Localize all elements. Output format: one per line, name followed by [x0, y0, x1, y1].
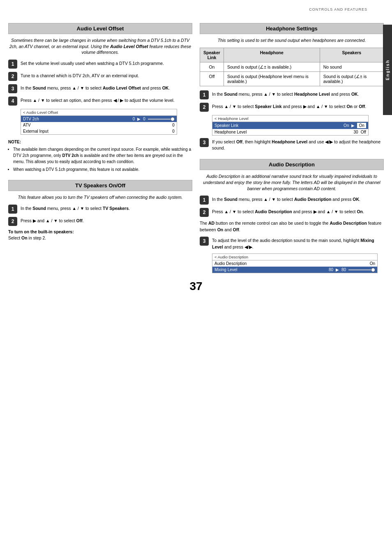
tvs-built-in-title: To turn on the built-in speakers:	[8, 229, 192, 234]
alo-menu-box: < Audio Level Offset DTV 2ch 0 ▶ 0	[21, 109, 177, 135]
alo-step-3: 3 In the Sound menu, press ▲ / ▼ to sele…	[8, 84, 192, 93]
english-label: English	[385, 60, 390, 80]
hp-speaker-link-on-label: On	[357, 123, 366, 128]
audio-description-section: Audio Description Audio Description is a…	[200, 159, 384, 273]
hp-row-off-hp: Sound is output (Headphone level menu is…	[224, 71, 320, 86]
hp-menu-box: < Headphone Level Speaker Link On ▶ On H…	[212, 115, 369, 136]
hp-table-col-speakers: Speakers	[320, 48, 383, 62]
tvs-step-1: 1 In the Sound menu, press ▲ / ▼ to sele…	[8, 205, 192, 214]
tv-speakers-intro: This feature allows you to turn the TV s…	[8, 194, 192, 200]
alo-ext-label: External Input	[23, 129, 48, 134]
alo-note-2: When watching a DTV 5.1ch programme, thi…	[13, 166, 192, 173]
hp-row-on-hp: Sound is output (∠± is available.)	[224, 62, 320, 71]
alo-dtv2ch-val: 0	[133, 117, 135, 121]
audio-level-offset-section: Audio Level Offset Sometimes there can b…	[8, 23, 192, 173]
headphone-settings-title: Headphone Settings	[200, 23, 384, 34]
alo-arrow-right-icon: ▶	[137, 117, 141, 121]
alo-step-num-2: 2	[8, 72, 17, 81]
ad-mixing-val: 80	[329, 267, 333, 272]
alo-ext-val: 0	[172, 129, 175, 134]
ad-desc-val: On	[370, 261, 375, 266]
alo-slider	[148, 117, 175, 121]
tv-speakers-title: TV Speakers On/Off	[8, 180, 192, 191]
hp-level-right: 30 Off	[354, 130, 366, 134]
hp-table-row-off: Off Sound is output (Headphone level men…	[200, 71, 384, 86]
tvs-step-num-2: 2	[8, 217, 17, 226]
ad-slider	[348, 268, 375, 272]
alo-step-text-2: Tune to a channel which is DTV 2ch, ATV …	[21, 72, 139, 79]
ad-mixing-right: 80 ▶ 80	[329, 267, 375, 272]
hp-step-num-1: 1	[200, 90, 209, 99]
hp-arrow-right-icon: ▶	[351, 123, 355, 128]
hp-level-off-label: Off	[361, 130, 366, 134]
hp-speaker-link-label: Speaker Link	[214, 123, 238, 128]
tvs-step-2: 2 Press ▶ and ▲ / ▼ to select Off.	[8, 217, 192, 226]
ad-desc-label: Audio Description	[214, 261, 247, 266]
ad-mixing-val2: 80	[341, 267, 346, 272]
hp-table-col-headphone: Headphone	[224, 48, 320, 62]
english-sidebar: English	[383, 25, 392, 115]
hp-row-off-link: Off	[200, 71, 224, 86]
tvs-step-text-1: In the Sound menu, press ▲ / ▼ to select…	[21, 205, 130, 212]
alo-menu-row-ext: External Input 0	[21, 128, 177, 134]
alo-note-1: The available item changes depending on …	[13, 146, 192, 165]
tvs-built-in-block: To turn on the built-in speakers: Select…	[8, 229, 192, 240]
right-column: Headphone Settings This setting is used …	[200, 23, 384, 276]
tv-speakers-section: TV Speakers On/Off This feature allows y…	[8, 180, 192, 240]
alo-note-box: NOTE: The available item changes dependi…	[8, 139, 192, 173]
headphone-settings-section: Headphone Settings This setting is used …	[200, 23, 384, 152]
hp-menu-row-speaker-link: Speaker Link On ▶ On	[212, 122, 368, 129]
hp-table-row-on: On Sound is output (∠± is available.) No…	[200, 62, 384, 71]
alo-note-title: NOTE:	[8, 139, 192, 145]
alo-dtv2ch-right: 0 ▶ 0	[133, 117, 175, 121]
tvs-step-text-2: Press ▶ and ▲ / ▼ to select Off.	[21, 217, 84, 224]
hp-row-on-spk: No sound	[320, 62, 383, 71]
alo-step-num-1: 1	[8, 60, 17, 69]
alo-step-num-3: 3	[8, 84, 17, 93]
hp-table-col-speaker-link: SpeakerLink	[200, 48, 224, 62]
page-number: 37	[8, 280, 384, 293]
alo-step-text-4: Press ▲ / ▼ to select an option, and the…	[21, 97, 175, 104]
hp-step-text-2: Press ▲ / ▼ to select Speaker Link and p…	[212, 103, 366, 110]
ad-step-text-2: Press ▲ / ▼ to select Audio Description …	[212, 208, 364, 215]
ad-step-num-1: 1	[200, 196, 209, 205]
ad-arrow-right-icon: ▶	[336, 267, 339, 272]
ad-menu-row-mixing: Mixing Level 80 ▶ 80	[212, 267, 377, 273]
headphone-settings-intro: This setting is used to set the sound ou…	[200, 37, 384, 44]
alo-step-4: 4 Press ▲ / ▼ to select an option, and t…	[8, 97, 192, 106]
ad-step-1: 1 In the Sound menu, press ▲ / ▼ to sele…	[200, 196, 384, 205]
hp-step-num-3: 3	[200, 138, 209, 147]
ad-step-text-1: In the Sound menu, press ▲ / ▼ to select…	[212, 196, 360, 203]
ad-step-3: 3 To adjust the level of the audio descr…	[200, 237, 384, 251]
alo-menu-header: < Audio Level Offset	[21, 109, 177, 116]
audio-description-intro: Audio Description is an additional narra…	[200, 173, 384, 191]
ad-menu-row-desc: Audio Description On	[212, 260, 377, 267]
alo-atv-label: ATV	[23, 123, 31, 127]
audio-description-title: Audio Description	[200, 159, 384, 170]
hp-step-3: 3 If you select Off, then highlight Head…	[200, 138, 384, 152]
page: CONTROLS AND FEATURES English Audio Leve…	[0, 0, 392, 555]
tvs-built-in-text: Select On in step 2.	[8, 235, 192, 240]
ad-menu-box: < Audio Description Audio Description On…	[212, 253, 378, 273]
alo-dtv2ch-label: DTV 2ch	[23, 117, 39, 121]
hp-step-num-2: 2	[200, 103, 209, 112]
hp-step-2: 2 Press ▲ / ▼ to select Speaker Link and…	[200, 103, 384, 112]
alo-note-list: The available item changes depending on …	[8, 146, 192, 173]
hp-menu-row-hp-level: Headphone Level 30 Off	[212, 129, 368, 135]
hp-speaker-link-val: On	[344, 123, 349, 128]
alo-atv-val: 0	[172, 123, 175, 127]
main-columns: Audio Level Offset Sometimes there can b…	[8, 23, 384, 276]
alo-step-text-1: Set the volume level usually used when w…	[21, 60, 164, 67]
hp-speaker-link-right: On ▶ On	[344, 123, 366, 128]
left-column: Audio Level Offset Sometimes there can b…	[8, 23, 192, 276]
headphone-table: SpeakerLink Headphone Speakers On Sound …	[200, 48, 384, 86]
ad-step2-extra: The AD button on the remote control can …	[200, 220, 384, 233]
alo-step-num-4: 4	[8, 97, 17, 106]
alo-dtv2ch-val2: 0	[143, 117, 145, 121]
ad-step-num-2: 2	[200, 208, 209, 217]
hp-row-off-spk: Sound is output (∠± is available.)	[320, 71, 383, 86]
hp-level-label: Headphone Level	[214, 130, 247, 134]
tvs-step-num-1: 1	[8, 205, 17, 214]
alo-step-text-3: In the Sound menu, press ▲ / ▼ to select…	[21, 84, 170, 92]
controls-label: CONTROLS AND FEATURES	[309, 7, 367, 12]
